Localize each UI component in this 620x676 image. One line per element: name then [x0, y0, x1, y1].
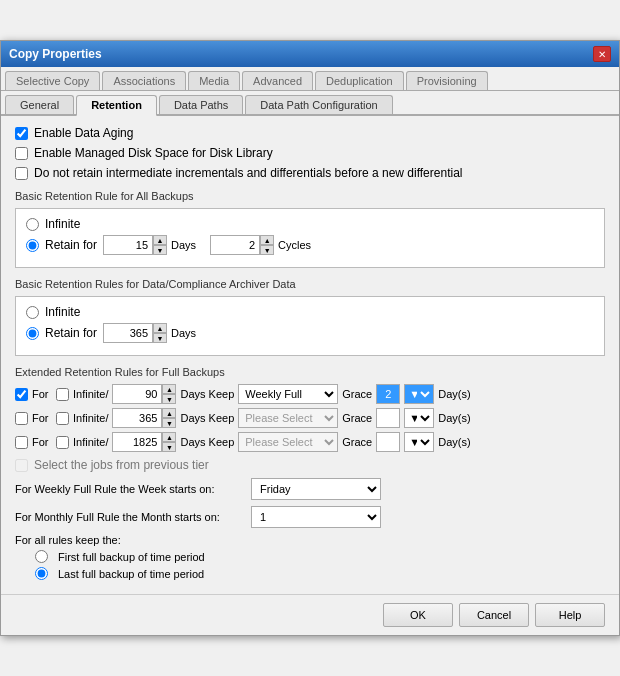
ext-row2-keep-dropdown[interactable]: Please Select: [238, 408, 338, 428]
ext-row1-day-unit: Day(s): [438, 388, 470, 400]
tab-associations[interactable]: Associations: [102, 71, 186, 90]
window: Copy Properties ✕ Selective Copy Associa…: [0, 40, 620, 636]
ext-row1-keep-dropdown[interactable]: Weekly Full Monthly Full Yearly Full: [238, 384, 338, 404]
compliance-days-input[interactable]: 365: [103, 323, 153, 343]
ext-row2-infinite-label: Infinite/: [73, 412, 108, 424]
all-rules-section: For all rules keep the: First full backu…: [15, 534, 605, 580]
first-full-label: First full backup of time period: [58, 551, 205, 563]
monthly-full-dropdown[interactable]: 1 2 3 4 5: [251, 506, 381, 528]
cycles-spin-buttons: ▲ ▼: [260, 235, 274, 255]
extended-retention-label: Extended Retention Rules for Full Backup…: [15, 366, 605, 378]
close-button[interactable]: ✕: [593, 46, 611, 62]
ext-row3-spin-down[interactable]: ▼: [162, 442, 176, 452]
cycles-input[interactable]: 2: [210, 235, 260, 255]
ext-row1-grace-input[interactable]: [376, 384, 400, 404]
do-not-retain-checkbox[interactable]: [15, 167, 28, 180]
ext-row3-keep-dropdown[interactable]: Please Select: [238, 432, 338, 452]
ext-row3-days-input[interactable]: [112, 432, 162, 452]
ext-row2-spin-up[interactable]: ▲: [162, 408, 176, 418]
ext-row3-spin-buttons: ▲ ▼: [162, 432, 176, 452]
days-spin-buttons: ▲ ▼: [153, 235, 167, 255]
cycles-unit-label: Cycles: [278, 239, 311, 251]
compliance-infinite-radio[interactable]: [26, 306, 39, 319]
enable-data-aging-row: Enable Data Aging: [15, 126, 605, 140]
infinite-radio[interactable]: [26, 218, 39, 231]
tab-media[interactable]: Media: [188, 71, 240, 90]
select-jobs-label: Select the jobs from previous tier: [34, 458, 209, 472]
ext-row1-grace-dropdown[interactable]: ▼: [404, 384, 434, 404]
title-bar: Copy Properties ✕: [1, 41, 619, 67]
cycles-spin-down[interactable]: ▼: [260, 245, 274, 255]
compliance-retain-label: Retain for: [45, 326, 97, 340]
tab-general[interactable]: General: [5, 95, 74, 114]
ext-row2-grace-dropdown[interactable]: ▼: [404, 408, 434, 428]
ext-row2-for-checkbox[interactable]: [15, 412, 28, 425]
ext-row1-spin-up[interactable]: ▲: [162, 384, 176, 394]
last-full-radio[interactable]: [35, 567, 48, 580]
cancel-button[interactable]: Cancel: [459, 603, 529, 627]
retain-radio-row: Retain for 15 ▲ ▼ Days 2 ▲ ▼ Cycles: [26, 235, 594, 255]
compliance-spin-buttons: ▲ ▼: [153, 323, 167, 343]
ext-row1-for-checkbox[interactable]: [15, 388, 28, 401]
tab-selective-copy[interactable]: Selective Copy: [5, 71, 100, 90]
enable-data-aging-checkbox[interactable]: [15, 127, 28, 140]
window-title: Copy Properties: [9, 47, 102, 61]
tab-advanced[interactable]: Advanced: [242, 71, 313, 90]
ext-row3-days-spinner: ▲ ▼: [112, 432, 176, 452]
compliance-spin-down[interactable]: ▼: [153, 333, 167, 343]
compliance-days-unit: Days: [171, 327, 196, 339]
ext-row3-spin-up[interactable]: ▲: [162, 432, 176, 442]
extended-row-1: For Infinite/ ▲ ▼ Days Keep Weekly Full …: [15, 384, 605, 404]
weekly-full-label: For Weekly Full Rule the Week starts on:: [15, 483, 245, 495]
compliance-spin-up[interactable]: ▲: [153, 323, 167, 333]
tab-deduplication[interactable]: Deduplication: [315, 71, 404, 90]
basic-retention-compliance-box: Infinite Retain for 365 ▲ ▼ Days: [15, 296, 605, 356]
monthly-full-row: For Monthly Full Rule the Month starts o…: [15, 506, 605, 528]
ext-row3-for-checkbox[interactable]: [15, 436, 28, 449]
ext-row3-infinite-checkbox[interactable]: [56, 436, 69, 449]
ext-row1-grace-label: Grace: [342, 388, 372, 400]
cycles-spin-up[interactable]: ▲: [260, 235, 274, 245]
footer: OK Cancel Help: [1, 594, 619, 635]
basic-retention-all-label: Basic Retention Rule for All Backups: [15, 190, 605, 202]
tab-data-paths[interactable]: Data Paths: [159, 95, 243, 114]
ext-row3-grace-label: Grace: [342, 436, 372, 448]
weekly-full-dropdown[interactable]: Friday Sunday Monday Tuesday Wednesday T…: [251, 478, 381, 500]
ext-row2-days-input[interactable]: [112, 408, 162, 428]
ext-row3-grace-dropdown[interactable]: ▼: [404, 432, 434, 452]
ext-row2-grace-label: Grace: [342, 412, 372, 424]
ext-row3-grace-input[interactable]: [376, 432, 400, 452]
monthly-full-label: For Monthly Full Rule the Month starts o…: [15, 511, 245, 523]
ext-row2-spin-buttons: ▲ ▼: [162, 408, 176, 428]
do-not-retain-label: Do not retain intermediate incrementals …: [34, 166, 462, 180]
enable-managed-disk-row: Enable Managed Disk Space for Disk Libra…: [15, 146, 605, 160]
tab-data-path-config[interactable]: Data Path Configuration: [245, 95, 392, 114]
tab-retention[interactable]: Retention: [76, 95, 157, 116]
select-jobs-checkbox[interactable]: [15, 459, 28, 472]
infinite-label: Infinite: [45, 217, 80, 231]
enable-managed-disk-checkbox[interactable]: [15, 147, 28, 160]
help-button[interactable]: Help: [535, 603, 605, 627]
first-full-radio[interactable]: [35, 550, 48, 563]
cycles-spinner: 2 ▲ ▼: [210, 235, 274, 255]
days-spin-up[interactable]: ▲: [153, 235, 167, 245]
enable-managed-disk-label: Enable Managed Disk Space for Disk Libra…: [34, 146, 273, 160]
ext-row2-spin-down[interactable]: ▼: [162, 418, 176, 428]
compliance-retain-radio[interactable]: [26, 327, 39, 340]
ext-row2-grace-input[interactable]: [376, 408, 400, 428]
ext-row3-day-unit: Day(s): [438, 436, 470, 448]
ext-row1-spin-down[interactable]: ▼: [162, 394, 176, 404]
weekly-full-row: For Weekly Full Rule the Week starts on:…: [15, 478, 605, 500]
days-spin-down[interactable]: ▼: [153, 245, 167, 255]
days-input[interactable]: 15: [103, 235, 153, 255]
ext-row2-infinite-checkbox[interactable]: [56, 412, 69, 425]
retain-label: Retain for: [45, 238, 97, 252]
all-rules-label: For all rules keep the:: [15, 534, 605, 546]
ext-row1-infinite-label: Infinite/: [73, 388, 108, 400]
ok-button[interactable]: OK: [383, 603, 453, 627]
ext-row1-infinite-checkbox[interactable]: [56, 388, 69, 401]
retain-radio[interactable]: [26, 239, 39, 252]
first-full-radio-row: First full backup of time period: [35, 550, 605, 563]
ext-row1-days-input[interactable]: [112, 384, 162, 404]
tab-provisioning[interactable]: Provisioning: [406, 71, 488, 90]
